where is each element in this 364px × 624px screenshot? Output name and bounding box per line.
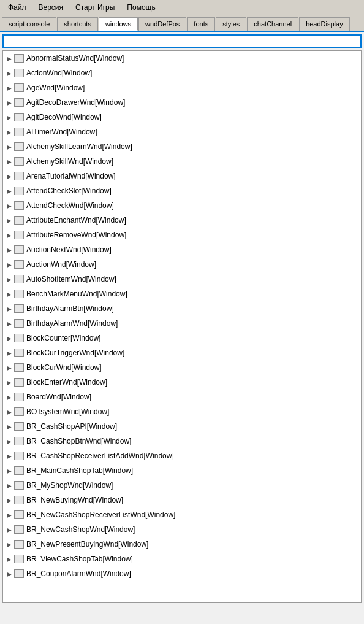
expand-arrow-icon[interactable]: ▶: [6, 541, 13, 548]
expand-arrow-icon[interactable]: ▶: [6, 437, 13, 445]
tab-chatchannel[interactable]: chatChannel: [247, 17, 298, 31]
expand-arrow-icon[interactable]: ▶: [6, 231, 13, 239]
expand-arrow-icon[interactable]: ▶: [6, 555, 13, 563]
tab-windows[interactable]: windows: [99, 17, 138, 31]
list-item[interactable]: ▶BenchMarkMenuWnd[Window]: [3, 287, 361, 301]
expand-arrow-icon[interactable]: ▶: [6, 217, 13, 224]
window-label: AlchemySkillLearnWnd[Window]: [26, 142, 132, 151]
expand-arrow-icon[interactable]: ▶: [6, 334, 13, 342]
list-item[interactable]: ▶AttributeEnchantWnd[Window]: [3, 213, 361, 228]
expand-arrow-icon[interactable]: ▶: [6, 349, 13, 356]
list-item[interactable]: ▶BR_CouponAlarmWnd[Window]: [3, 566, 361, 581]
menu-start[interactable]: Старт Игры: [70, 1, 120, 13]
list-item[interactable]: ▶AttributeRemoveWnd[Window]: [3, 228, 361, 242]
expand-arrow-icon[interactable]: ▶: [6, 69, 13, 77]
list-item[interactable]: ▶AbnormalStatusWnd[Window]: [3, 51, 361, 66]
expand-arrow-icon[interactable]: ▶: [6, 526, 13, 533]
window-icon: [14, 466, 24, 475]
expand-arrow-icon[interactable]: ▶: [6, 275, 13, 283]
list-item[interactable]: ▶BlockCounter[Window]: [3, 331, 361, 345]
expand-arrow-icon[interactable]: ▶: [6, 99, 13, 106]
expand-arrow-icon[interactable]: ▶: [6, 467, 13, 474]
list-item[interactable]: ▶BR_NewCashShopReceiverListWnd[Window]: [3, 507, 361, 522]
list-item[interactable]: ▶BlockCurTriggerWnd[Window]: [3, 345, 361, 360]
list-item[interactable]: ▶BoardWnd[Window]: [3, 390, 361, 404]
window-icon: [14, 407, 24, 416]
expand-arrow-icon[interactable]: ▶: [6, 393, 13, 401]
list-item[interactable]: ▶AgitDecoWnd[Window]: [3, 110, 361, 125]
menu-version[interactable]: Версия: [33, 1, 69, 13]
expand-arrow-icon[interactable]: ▶: [6, 379, 13, 386]
window-icon: [14, 69, 24, 77]
list-item[interactable]: ▶AttendCheckWnd[Window]: [3, 198, 361, 213]
expand-arrow-icon[interactable]: ▶: [6, 570, 13, 577]
window-icon: [14, 378, 24, 387]
expand-arrow-icon[interactable]: ▶: [6, 482, 13, 489]
tab-shortcuts[interactable]: shortcuts: [57, 17, 98, 31]
list-item[interactable]: ▶AgitDecoDrawerWnd[Window]: [3, 95, 361, 110]
expand-arrow-icon[interactable]: ▶: [6, 84, 13, 91]
tab-styles[interactable]: styles: [216, 17, 246, 31]
expand-arrow-icon[interactable]: ▶: [6, 202, 13, 209]
search-input[interactable]: [2, 34, 362, 48]
expand-arrow-icon[interactable]: ▶: [6, 452, 13, 460]
expand-arrow-icon[interactable]: ▶: [6, 511, 13, 518]
expand-arrow-icon[interactable]: ▶: [6, 423, 13, 430]
list-item[interactable]: ▶BR_CashShopAPI[Window]: [3, 419, 361, 434]
expand-arrow-icon[interactable]: ▶: [6, 408, 13, 415]
list-item[interactable]: ▶BOTsystemWnd[Window]: [3, 404, 361, 419]
expand-arrow-icon[interactable]: ▶: [6, 261, 13, 268]
expand-arrow-icon[interactable]: ▶: [6, 320, 13, 327]
list-item[interactable]: ▶BR_NewBuyingWnd[Window]: [3, 493, 361, 507]
window-label: BR_CashShopBtnWnd[Window]: [26, 437, 131, 445]
expand-arrow-icon[interactable]: ▶: [6, 290, 13, 298]
list-item[interactable]: ▶BirthdayAlarmWnd[Window]: [3, 316, 361, 331]
window-icon: [14, 260, 24, 269]
expand-arrow-icon[interactable]: ▶: [6, 128, 13, 136]
expand-arrow-icon[interactable]: ▶: [6, 158, 13, 165]
expand-arrow-icon[interactable]: ▶: [6, 114, 13, 121]
expand-arrow-icon[interactable]: ▶: [6, 305, 13, 312]
window-icon: [14, 304, 24, 313]
menu-file[interactable]: Файл: [2, 1, 32, 13]
window-label: BR_CashShopAPI[Window]: [26, 422, 117, 431]
list-item[interactable]: ▶ArenaTutorialWnd[Window]: [3, 169, 361, 183]
expand-arrow-icon[interactable]: ▶: [6, 55, 13, 62]
tab-fonts[interactable]: fonts: [187, 17, 215, 31]
list-item[interactable]: ▶BlockCurWnd[Window]: [3, 360, 361, 375]
list-item[interactable]: ▶BR_CashShopBtnWnd[Window]: [3, 434, 361, 449]
list-item[interactable]: ▶BirthdayAlarmBtn[Window]: [3, 301, 361, 316]
list-item[interactable]: ▶BR_MainCashShopTab[Window]: [3, 463, 361, 478]
expand-arrow-icon[interactable]: ▶: [6, 364, 13, 371]
list-item[interactable]: ▶ActionWnd[Window]: [3, 66, 361, 80]
list-item[interactable]: ▶AttendCheckSlot[Window]: [3, 183, 361, 198]
expand-arrow-icon[interactable]: ▶: [6, 496, 13, 504]
tab-headdisplay[interactable]: headDisplay: [299, 17, 350, 31]
expand-arrow-icon[interactable]: ▶: [6, 246, 13, 253]
window-icon: [14, 128, 24, 136]
tab-script-console[interactable]: script console: [2, 17, 56, 31]
list-item[interactable]: ▶AITimerWnd[Window]: [3, 125, 361, 139]
list-item[interactable]: ▶BR_ViewCashShopTab[Window]: [3, 552, 361, 566]
list-item[interactable]: ▶AgeWnd[Window]: [3, 80, 361, 95]
window-label: AITimerWnd[Window]: [26, 128, 97, 136]
list-item[interactable]: ▶BR_CashShopReceiverListAddWnd[Window]: [3, 449, 361, 463]
expand-arrow-icon[interactable]: ▶: [6, 172, 13, 180]
list-item[interactable]: ▶BR_MyShopWnd[Window]: [3, 478, 361, 493]
list-item[interactable]: ▶AuctionNextWnd[Window]: [3, 242, 361, 257]
expand-arrow-icon[interactable]: ▶: [6, 143, 13, 150]
window-list[interactable]: ▶AbnormalStatusWnd[Window]▶ActionWnd[Win…: [2, 50, 362, 603]
list-item[interactable]: ▶BR_NewPresentBuyingWnd[Window]: [3, 537, 361, 552]
tab-wnddefpos[interactable]: wndDefPos: [138, 17, 186, 31]
list-item[interactable]: ▶BlockEnterWnd[Window]: [3, 375, 361, 390]
menu-help[interactable]: Помощь: [121, 1, 161, 13]
list-item[interactable]: ▶BR_NewCashShopWnd[Window]: [3, 522, 361, 537]
window-icon: [14, 481, 24, 490]
list-item[interactable]: ▶AuctionWnd[Window]: [3, 257, 361, 272]
window-label: BoardWnd[Window]: [26, 393, 91, 401]
window-label: AgeWnd[Window]: [26, 83, 85, 92]
list-item[interactable]: ▶AlchemySkillWnd[Window]: [3, 154, 361, 169]
list-item[interactable]: ▶AlchemySkillLearnWnd[Window]: [3, 139, 361, 154]
list-item[interactable]: ▶AutoShotItemWnd[Window]: [3, 272, 361, 287]
expand-arrow-icon[interactable]: ▶: [6, 187, 13, 195]
